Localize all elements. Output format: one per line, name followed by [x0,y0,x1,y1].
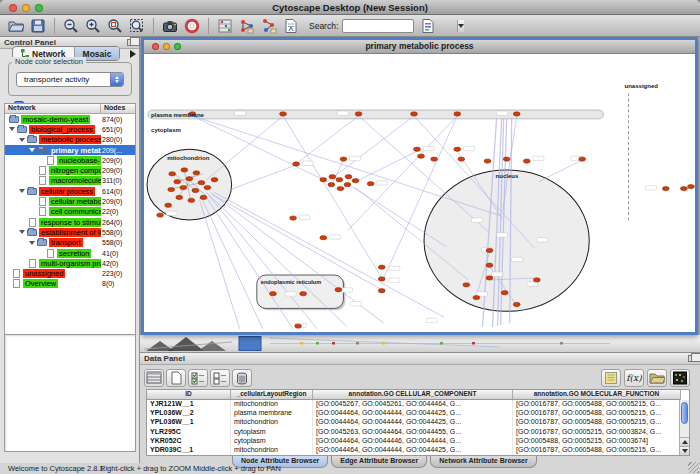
network-nodes[interactable] [157,112,695,328]
file-icon [47,249,54,258]
column-header-id[interactable]: ID [147,390,231,400]
table-scrollbar[interactable] [679,400,689,455]
attribute-table: ID _cellularLayoutRegion annotation.GO C… [146,389,690,456]
tree-header: Network Nodes [5,104,135,114]
float-window-icon[interactable] [127,39,135,46]
window-titlebar[interactable]: Cytoscape Desktop (New Session) [0,0,700,15]
scrollbar-thumb[interactable] [681,402,688,424]
tree-row[interactable]: macromolecule311(0) [5,176,135,186]
notes-icon[interactable] [601,369,621,387]
tree-row[interactable]: response to stimulu264(0) [5,217,135,227]
file-icon [39,197,46,206]
zoom-fit-icon[interactable] [127,16,147,36]
network-canvas[interactable]: plasma membrane cytoplasm mitochondrion … [144,54,695,331]
network-a-icon[interactable] [237,16,257,36]
data-panel-toolbar [144,367,252,388]
search-label: Search: [309,21,338,31]
network-view-window[interactable]: primary metabolic process [141,37,698,335]
zoom-in-icon[interactable] [83,16,103,36]
save-icon[interactable] [28,16,48,36]
data-panel-toolbar-right: f(x) [601,367,690,388]
column-header-region[interactable]: _cellularLayoutRegion [231,390,313,400]
file-icon [13,279,20,288]
expand-arrow-icon[interactable] [29,241,35,245]
tree-row[interactable]: establishment of lo558(0) [5,227,135,237]
toolbar-separator [54,18,55,34]
tree-row-selected[interactable]: primary metabo209(... [5,145,135,155]
tree-row[interactable]: unassigned223(0) [5,268,135,278]
network-window-titlebar[interactable]: primary metabolic process [144,40,695,54]
snapshot-icon[interactable] [160,16,180,36]
zoom-out-icon[interactable] [61,16,81,36]
main-toolbar: Search: [0,15,700,37]
search-input[interactable] [343,20,457,32]
tree-row[interactable]: biological_process651(0) [5,124,135,134]
toolbar-separator [153,18,154,34]
tree-row[interactable]: multi-organism pro42(0) [5,258,135,268]
control-panel: Control Panel Network Mosaic transporter… [0,37,140,463]
scroll-up-button[interactable] [680,437,689,446]
search-dropdown-button[interactable] [457,20,464,32]
expand-arrow-icon[interactable] [19,138,25,142]
file-icon [13,269,20,278]
toolbar-separator [208,18,209,34]
tree-row[interactable]: mosaic-demo-yeast874(0) [5,114,135,124]
tree-row[interactable]: cell communicat22(0) [5,207,135,217]
plasma-membrane-label: plasma membrane [151,112,205,118]
table-row[interactable]: YPL036W__1mitochondrion[GO:0044464, GO:0… [147,418,689,427]
tree-row[interactable]: transport558(0) [5,238,135,248]
delete-attribute-icon[interactable] [232,369,252,387]
unselect-attributes-icon[interactable] [210,369,230,387]
birdseye-view[interactable] [4,334,136,452]
new-attribute-icon[interactable] [166,369,186,387]
expand-arrow-icon[interactable] [19,230,25,234]
expand-arrow-icon[interactable] [19,189,25,193]
table-row[interactable]: YLR295Ccytoplasm[GO:0045263, GO:0044464,… [147,428,689,437]
folder-icon [37,239,47,246]
node-color-dropdown[interactable]: transporter activity [16,72,124,87]
scroll-down-button[interactable] [680,446,689,455]
table-row[interactable]: YDR039C__1mitochondrion[GO:0044464, GO:0… [147,446,689,455]
expand-arrow-icon[interactable] [9,127,15,131]
tree-header-nodes[interactable]: Nodes [101,104,135,113]
float-window-icon[interactable] [688,355,696,362]
tree-header-network[interactable]: Network [5,104,101,113]
column-header-molecular-function[interactable]: annotation.GO MOLECULAR_FUNCTION [513,390,681,400]
matrix-icon[interactable] [670,369,690,387]
tree-row[interactable]: nitrogen compo209(0) [5,165,135,175]
endoplasmic-reticulum-label: endoplasmic reticulum [261,279,321,285]
expand-arrow-icon[interactable] [29,148,35,152]
import-attributes-icon[interactable] [647,369,667,387]
help-icon[interactable] [182,16,202,36]
application-window: Cytoscape Desktop (New Session) Search: [0,0,700,474]
table-row[interactable]: YJR121W__1mitochondrion[GO:0045267, GO:0… [147,400,689,409]
search-combobox[interactable] [342,19,414,33]
search-filter-icon[interactable] [418,16,438,36]
tree-row[interactable]: cellular process614(0) [5,186,135,196]
folder-icon [27,136,37,143]
function-builder-icon[interactable]: f(x) [624,369,644,387]
dropdown-stepper-icon [110,73,123,86]
status-hint-zoom: Right-click + drag to ZOOM [100,464,191,473]
folder-icon [17,126,27,133]
tree-row[interactable]: metabolic process280(0) [5,135,135,145]
network-b-icon[interactable] [259,16,279,36]
zoom-selected-icon[interactable] [105,16,125,36]
file-icon [29,218,36,227]
annotation-icon[interactable] [281,16,301,36]
node-color-selection-label: Node color selection [12,57,86,66]
tree-row[interactable]: nucleobase-209(0) [5,155,135,165]
status-message: Welcome to Cytoscape 2.8.1 [8,464,104,473]
tree-row[interactable]: Overview8(0) [5,279,135,289]
table-row[interactable]: YPL036W__2plasma membrane[GO:0044464, GO… [147,409,689,418]
attribute-table-icon[interactable] [144,369,164,387]
tab-scroll-right-icon[interactable] [130,50,136,58]
open-icon[interactable] [6,16,26,36]
grid-icon[interactable] [215,16,235,36]
tree-row[interactable]: secretion41(0) [5,248,135,258]
select-attributes-icon[interactable] [188,369,208,387]
arrow-down-icon [682,449,688,453]
table-row[interactable]: YKR052Ccytoplasm[GO:0044464, GO:0044446,… [147,437,689,446]
tree-row[interactable]: cellular metabol209(0) [5,196,135,206]
column-header-cellular-component[interactable]: annotation.GO CELLULAR_COMPONENT [313,390,513,400]
